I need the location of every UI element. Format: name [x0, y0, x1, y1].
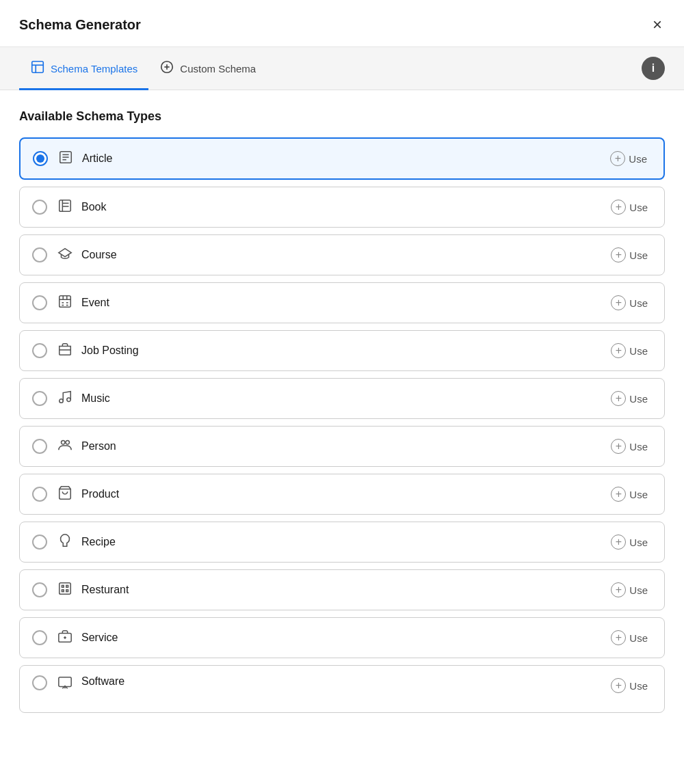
use-plus-icon-recipe: + [611, 535, 626, 550]
course-icon [57, 246, 73, 265]
service-icon [57, 629, 73, 647]
radio-recipe[interactable] [32, 535, 47, 550]
use-button-article[interactable]: + Use [606, 148, 651, 169]
use-label-software: Use [629, 680, 648, 692]
svg-rect-14 [60, 295, 71, 307]
use-plus-icon-product: + [611, 487, 626, 502]
schema-item-service[interactable]: Service + Use [19, 617, 665, 658]
use-plus-icon-article: + [610, 151, 625, 166]
schema-name-book: Book [81, 201, 607, 213]
use-button-music[interactable]: + Use [607, 388, 652, 409]
use-button-book[interactable]: + Use [607, 197, 652, 217]
schema-item-software[interactable]: Software + Use [19, 665, 665, 713]
schema-name-software: Software [81, 675, 607, 688]
use-label-product: Use [629, 489, 648, 500]
schema-item-resturant[interactable]: Resturant + Use [19, 569, 665, 610]
use-label-article: Use [629, 153, 647, 165]
dialog-title: Schema Generator [19, 17, 141, 33]
svg-rect-36 [59, 677, 71, 687]
radio-event[interactable] [32, 295, 47, 310]
schema-name-recipe: Recipe [81, 536, 607, 548]
tab-schema-templates[interactable]: Schema Templates [19, 47, 148, 90]
tabs-bar: Schema Templates Custom Schema i [0, 47, 684, 90]
use-plus-icon-person: + [611, 439, 626, 454]
svg-rect-28 [60, 582, 71, 594]
use-button-event[interactable]: + Use [607, 293, 652, 313]
use-button-service[interactable]: + Use [607, 627, 652, 648]
tab-custom-schema[interactable]: Custom Schema [148, 47, 267, 90]
use-button-course[interactable]: + Use [607, 245, 652, 265]
use-plus-icon-music: + [611, 391, 626, 406]
use-plus-icon-course: + [611, 247, 626, 262]
radio-person[interactable] [32, 439, 47, 454]
info-button[interactable]: i [642, 57, 665, 80]
svg-rect-30 [66, 585, 68, 587]
radio-job-posting[interactable] [32, 343, 47, 358]
use-plus-icon-resturant: + [611, 582, 626, 597]
schema-item-course[interactable]: Course + Use [19, 234, 665, 275]
schema-name-job-posting: Job Posting [81, 344, 607, 357]
use-button-job-posting[interactable]: + Use [607, 340, 652, 361]
schema-item-music[interactable]: Music + Use [19, 378, 665, 419]
use-label-service: Use [629, 632, 648, 644]
schema-item-product[interactable]: Product + Use [19, 474, 665, 515]
use-plus-icon-book: + [611, 200, 626, 215]
use-label-recipe: Use [629, 537, 648, 548]
use-button-product[interactable]: + Use [607, 484, 652, 504]
schema-name-person: Person [81, 440, 607, 452]
schema-item-book[interactable]: Book + Use [19, 187, 665, 228]
recipe-icon [57, 533, 73, 552]
use-button-software[interactable]: + Use [607, 675, 652, 696]
svg-point-23 [60, 398, 64, 403]
use-plus-icon-event: + [611, 295, 626, 310]
schema-item-recipe[interactable]: Recipe + Use [19, 522, 665, 563]
book-icon [57, 198, 73, 217]
schema-name-event: Event [81, 297, 607, 309]
dialog-header: Schema Generator × [0, 0, 684, 47]
event-icon [57, 294, 73, 312]
use-button-resturant[interactable]: + Use [607, 580, 652, 600]
schema-name-article: Article [82, 152, 606, 165]
svg-point-25 [62, 440, 66, 444]
svg-rect-32 [66, 589, 68, 591]
radio-music[interactable] [32, 391, 47, 406]
schema-item-job-posting[interactable]: Job Posting + Use [19, 330, 665, 371]
use-label-book: Use [629, 202, 648, 213]
radio-product[interactable] [32, 487, 47, 502]
tab-schema-templates-label: Schema Templates [51, 63, 137, 75]
schema-item-person[interactable]: Person + Use [19, 426, 665, 467]
job-icon [57, 342, 73, 360]
use-button-recipe[interactable]: + Use [607, 532, 652, 552]
schema-item-event[interactable]: Event + Use [19, 282, 665, 323]
person-icon [57, 437, 73, 456]
music-icon [57, 390, 73, 408]
close-button[interactable]: × [650, 14, 665, 36]
tab-custom-schema-label: Custom Schema [180, 63, 256, 75]
schema-name-course: Course [81, 249, 607, 261]
radio-course[interactable] [32, 247, 47, 262]
svg-rect-29 [62, 585, 64, 587]
schema-list: Article + Use Book [19, 137, 665, 713]
schema-item-article[interactable]: Article + Use [19, 137, 665, 180]
use-label-job-posting: Use [629, 345, 648, 357]
product-icon [57, 485, 73, 504]
article-icon [57, 150, 74, 168]
use-label-event: Use [629, 297, 648, 309]
radio-book[interactable] [32, 200, 47, 215]
svg-rect-31 [62, 589, 64, 591]
use-label-course: Use [629, 249, 648, 261]
radio-software[interactable] [32, 675, 47, 690]
schema-name-resturant: Resturant [81, 584, 607, 596]
use-plus-icon-service: + [611, 630, 626, 645]
software-icon [57, 675, 73, 694]
radio-service[interactable] [32, 630, 47, 645]
schema-name-product: Product [81, 488, 607, 500]
svg-rect-0 [32, 62, 44, 73]
radio-resturant[interactable] [32, 582, 47, 597]
use-plus-icon-job-posting: + [611, 343, 626, 358]
radio-article[interactable] [33, 151, 48, 166]
svg-point-24 [67, 397, 71, 401]
svg-point-26 [66, 440, 70, 444]
schema-name-music: Music [81, 392, 607, 405]
use-button-person[interactable]: + Use [607, 436, 652, 457]
